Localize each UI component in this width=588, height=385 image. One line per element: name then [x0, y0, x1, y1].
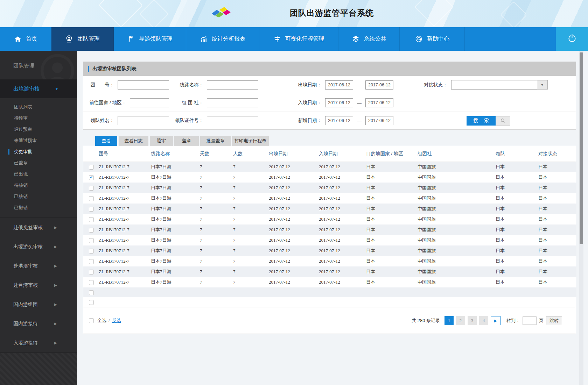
magnifier-icon[interactable]: [496, 116, 510, 126]
sidebar-subitem-written-off[interactable]: 已核销: [0, 191, 77, 202]
entry-date-from-input[interactable]: [325, 98, 353, 107]
nav-item-stats-report[interactable]: 统计分析报表: [186, 27, 259, 51]
sidebar-section-header: 团队管理: [0, 51, 77, 80]
chevron-down-icon: ▼: [55, 87, 58, 91]
nav-item-home[interactable]: 首页: [0, 27, 51, 51]
next-page-button[interactable]: ▶: [491, 316, 500, 325]
sidebar-group-outbound-exempt[interactable]: 出境游免审核▶: [0, 237, 77, 256]
tab-reject[interactable]: 退审: [150, 136, 173, 146]
logout-power-button[interactable]: [556, 27, 588, 51]
row-checkbox[interactable]: [89, 259, 94, 264]
sidebar-subitem-team-list[interactable]: 团队列表: [0, 101, 77, 113]
table-row[interactable]: ZL-RB170712-7日本7日游772017-07-122017-07-12…: [83, 256, 576, 266]
organizer-input[interactable]: [207, 98, 258, 107]
sidebar-group-label: 出境游审核: [13, 86, 40, 92]
dock-status-select[interactable]: ▼: [451, 80, 548, 90]
nav-item-guide-leader-mgmt[interactable]: 导游领队管理: [114, 27, 186, 51]
row-checkbox[interactable]: [89, 207, 94, 212]
sidebar-group-inbound-reception[interactable]: 入境游接待▶: [0, 333, 77, 352]
cell-entry-date: 2017-07-12: [319, 172, 366, 183]
row-checkbox[interactable]: [89, 165, 94, 170]
add-date-from-input[interactable]: [325, 116, 353, 125]
select-all-checkbox[interactable]: [89, 318, 94, 323]
row-checkbox[interactable]: [89, 186, 94, 191]
row-checkbox[interactable]: [89, 238, 94, 243]
vertical-scrollbar-track[interactable]: [579, 51, 583, 385]
sidebar-group-russia-visa-free[interactable]: 赴俄免签审核▶: [0, 218, 77, 237]
row-checkbox[interactable]: [89, 300, 94, 305]
sidebar-subitem-pre-review-passed[interactable]: 通过预审: [0, 124, 77, 135]
entry-date-to-input[interactable]: [365, 98, 393, 107]
tab-print-itinerary[interactable]: 打印电子行程单: [232, 136, 269, 146]
table-row[interactable]: ZL-RB170712-7日本7日游772017-07-122017-07-12…: [83, 224, 576, 235]
selection-separator: /: [108, 318, 110, 323]
row-checkbox[interactable]: [89, 217, 94, 222]
table-row[interactable]: ZL-RB170712-7日本7日游772017-07-122017-07-12…: [83, 193, 576, 204]
sidebar-group-domestic-reception[interactable]: 国内游接待▶: [0, 314, 77, 333]
cell-organizer: 中国国旅: [418, 172, 496, 183]
row-checkbox[interactable]: [89, 290, 94, 295]
search-button[interactable]: 搜 索: [467, 116, 510, 126]
sidebar-group-domestic-group[interactable]: 国内游组团▶: [0, 295, 77, 314]
sidebar-subitem-pending-writeoff[interactable]: 待核销: [0, 180, 77, 191]
tab-view[interactable]: 查看: [95, 136, 117, 146]
tab-stamp[interactable]: 盖章: [174, 136, 199, 146]
cell-group-no: ZL-RB170712-7: [99, 183, 151, 193]
jump-button[interactable]: 跳转: [546, 316, 562, 325]
table-row[interactable]: ZL-RB170712-7日本7日游772017-07-122017-07-12…: [83, 162, 576, 172]
row-checkbox[interactable]: [89, 280, 94, 285]
table-row[interactable]: ZL-RB170712-7日本7日游772017-07-122017-07-12…: [83, 235, 576, 245]
table-row[interactable]: ZL-RB170712-7日本7日游772017-07-122017-07-12…: [83, 172, 576, 183]
row-checkbox[interactable]: [89, 228, 94, 233]
tab-batch-stamp[interactable]: 批量盖章: [200, 136, 231, 146]
cell-route-name: 日本7日游: [151, 277, 200, 287]
sidebar-subitem-stamped[interactable]: 已盖章: [0, 157, 77, 169]
dest-country-input[interactable]: [130, 98, 169, 107]
table-row[interactable]: ZL-RB170712-7日本7日游772017-07-122017-07-12…: [83, 204, 576, 214]
table-row[interactable]: ZL-RB170712-7日本7日游772017-07-122017-07-12…: [83, 245, 576, 256]
page-button-2[interactable]: 2: [456, 316, 465, 325]
row-checkbox[interactable]: [89, 196, 94, 201]
nav-item-visual-trip-mgmt[interactable]: 可视化行程管理: [259, 27, 338, 51]
table-row[interactable]: ZL-RB170712-7日本7日游772017-07-122017-07-12…: [83, 183, 576, 193]
table-row[interactable]: ZL-RB170712-7日本7日游772017-07-122017-07-12…: [83, 214, 576, 224]
page-button-4[interactable]: 4: [479, 316, 488, 325]
row-checkbox[interactable]: [89, 270, 94, 275]
exit-date-from-input[interactable]: [325, 80, 353, 90]
sidebar-group-outbound-review[interactable]: 出境游审核 ▼: [0, 80, 77, 98]
vertical-scrollbar-thumb[interactable]: [580, 52, 583, 244]
row-checkbox[interactable]: [89, 249, 94, 254]
sidebar-subitem-revoked[interactable]: 已撤销: [0, 202, 77, 213]
leader-name-input[interactable]: [118, 116, 169, 125]
home-icon: [14, 35, 22, 43]
goto-page-input[interactable]: [523, 316, 537, 325]
sidebar-subitem-pre-review-pending[interactable]: 待预审: [0, 113, 77, 124]
invert-selection-link[interactable]: 反选: [112, 318, 121, 324]
route-name-input[interactable]: [207, 80, 258, 90]
sidebar-group-hk-macau-review[interactable]: 赴港澳审核▶: [0, 256, 77, 276]
add-date-to-input[interactable]: [365, 116, 393, 125]
table-row[interactable]: ZL-RB170712-7日本7日游772017-07-122017-07-12…: [83, 277, 576, 287]
column-checkbox: [83, 146, 99, 162]
exit-date-to-input[interactable]: [365, 80, 393, 90]
sidebar-group-taiwan-review[interactable]: 赴台湾审核▶: [0, 276, 77, 295]
page-button-1[interactable]: 1: [444, 316, 454, 325]
panel-title: 出境游审核团队列表: [92, 66, 136, 72]
column-leader: 领队: [496, 146, 538, 162]
group-no-input[interactable]: [118, 80, 169, 90]
table-row[interactable]: ZL-RB170712-7日本7日游772017-07-122017-07-12…: [83, 266, 576, 277]
cell-group-no: ZL-RB170712-7: [99, 193, 151, 204]
nav-item-system-public[interactable]: 系统公共: [338, 27, 400, 51]
row-checkbox[interactable]: [89, 175, 94, 180]
page-button-3[interactable]: 3: [468, 316, 477, 325]
sidebar-subitem-pre-review-failed[interactable]: 未通过预审: [0, 135, 77, 146]
select-all-label[interactable]: 全选: [97, 318, 106, 324]
sidebar-subitem-change-approval[interactable]: 变更审批: [0, 146, 77, 157]
sidebar-subitem-exited[interactable]: 已出境: [0, 169, 77, 180]
chevron-down-icon[interactable]: ▼: [537, 80, 548, 90]
leader-id-input[interactable]: [207, 116, 258, 125]
cell-group-no: ZL-RB170712-7: [99, 214, 151, 224]
nav-item-help-center[interactable]: 帮助中心: [400, 27, 465, 51]
tab-view-log[interactable]: 查看日志: [119, 136, 148, 146]
nav-item-team-mgmt[interactable]: 团队管理: [51, 27, 114, 51]
